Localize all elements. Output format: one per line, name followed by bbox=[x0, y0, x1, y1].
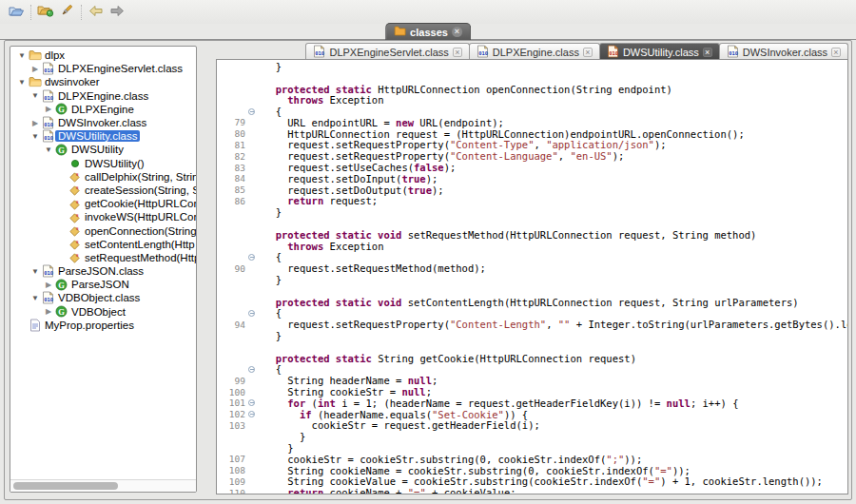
chevron-down-icon[interactable]: ▼ bbox=[29, 132, 41, 141]
tree-item-dlpx[interactable]: ▼dlpx bbox=[10, 48, 196, 62]
fold-collapse-icon[interactable] bbox=[245, 366, 258, 373]
chevron-right-icon[interactable]: ▶ bbox=[43, 307, 54, 316]
close-icon[interactable]: × bbox=[703, 48, 712, 57]
svg-text:s: s bbox=[76, 251, 79, 258]
code-line: { bbox=[217, 364, 847, 376]
line-number: 102 bbox=[217, 409, 245, 419]
back-arrow-icon bbox=[88, 4, 104, 21]
line-number: 84 bbox=[217, 173, 245, 184]
code-text: request.setRequestProperty("Content-Type… bbox=[258, 139, 667, 150]
svg-text:s: s bbox=[76, 170, 79, 177]
chevron-right-icon[interactable]: ▶ bbox=[43, 281, 54, 289]
fold-collapse-icon[interactable] bbox=[245, 310, 258, 317]
editor-tab-dwsinvoker-class[interactable]: 010DWSInvoker.class× bbox=[719, 43, 848, 60]
code-line: 107 cookieStr = cookieStr.substring(0, c… bbox=[217, 454, 847, 465]
svg-text:010: 010 bbox=[44, 297, 53, 302]
chevron-down-icon[interactable]: ▼ bbox=[16, 51, 28, 60]
method-icon: s bbox=[68, 224, 82, 237]
chevron-down-icon[interactable]: ▼ bbox=[29, 267, 41, 276]
tree-item-dwsutility-[interactable]: DWSUtility() bbox=[10, 157, 196, 170]
tree-item-createsession-string-st[interactable]: screateSession(String, St bbox=[10, 184, 196, 197]
svg-text:010: 010 bbox=[44, 68, 53, 73]
back-arrow-button[interactable] bbox=[86, 3, 107, 22]
tree-item-dwsinvoker-class[interactable]: ▶010DWSInvoker.class bbox=[10, 116, 196, 129]
tree-item-dwsutility[interactable]: ▼GDWSUtility bbox=[10, 143, 196, 156]
tree-item-label: DLPXEngine.class bbox=[55, 90, 151, 102]
tree-item-invokews-httpurlconn[interactable]: sinvokeWS(HttpURLConn bbox=[10, 210, 196, 223]
tree-item-label: DWSUtility bbox=[68, 144, 126, 155]
tree-item-dlpxengine-class[interactable]: ▼010DLPXEngine.class bbox=[10, 89, 196, 103]
chevron-down-icon[interactable]: ▼ bbox=[16, 78, 28, 87]
chevron-right-icon[interactable]: ▶ bbox=[29, 119, 41, 127]
class-icon: 010 bbox=[41, 291, 55, 304]
tree-item-label: ParseJSON.class bbox=[55, 265, 146, 277]
tree-item-dlpxengine[interactable]: ▶GDLPXEngine bbox=[10, 103, 196, 116]
tree-item-label: ParseJSON bbox=[68, 279, 132, 290]
code-text: HttpURLConnection request = (HttpURLConn… bbox=[258, 128, 745, 140]
tree-item-parsejson-class[interactable]: ▼010ParseJSON.class bbox=[10, 264, 196, 278]
class-icon: 010 bbox=[41, 129, 55, 143]
tree-item-dwsinvoker[interactable]: ▼dwsinvoker bbox=[10, 75, 196, 88]
code-text: } bbox=[258, 442, 294, 454]
code-line bbox=[217, 341, 847, 353]
line-number: 85 bbox=[217, 184, 245, 195]
tree-item-setcontentlength-http[interactable]: ssetContentLength(Http bbox=[10, 238, 196, 251]
code-text: request.setDoInput(true); bbox=[258, 173, 438, 184]
chevron-right-icon[interactable]: ▶ bbox=[43, 105, 54, 113]
fold-collapse-icon[interactable] bbox=[245, 399, 258, 406]
tree-item-label: dlpx bbox=[42, 49, 68, 61]
window-tab-strip: classes × bbox=[0, 24, 856, 40]
tree-item-vdbobject-class[interactable]: ▼010VDBObject.class bbox=[10, 291, 196, 304]
code-line: throws Exception bbox=[217, 94, 847, 106]
svg-text:010: 010 bbox=[729, 50, 738, 56]
tree-horizontal-scrollbar[interactable] bbox=[10, 479, 196, 492]
forward-arrow-button[interactable] bbox=[107, 3, 127, 22]
editor-tab-dlpxengineservlet-class[interactable]: 010DLPXEngineServlet.class× bbox=[305, 43, 469, 60]
code-text: request.setRequestMethod(method); bbox=[258, 262, 486, 274]
scrollbar-thumb[interactable] bbox=[13, 482, 118, 490]
tree-item-getcookie-httpurlcon[interactable]: sgetCookie(HttpURLCon bbox=[10, 197, 196, 210]
chevron-right-icon[interactable]: ▶ bbox=[29, 65, 41, 73]
tree-item-label: getCookie(HttpURLCon bbox=[82, 198, 196, 209]
code-lines: } protected static HttpURLConnection ope… bbox=[217, 61, 847, 494]
code-line: { bbox=[217, 308, 847, 320]
close-icon[interactable]: × bbox=[452, 27, 462, 37]
chevron-down-icon[interactable]: ▼ bbox=[29, 91, 41, 100]
chevron-down-icon[interactable]: ▼ bbox=[43, 145, 54, 154]
code-text: String cookieStr = null; bbox=[258, 386, 432, 397]
close-icon[interactable]: × bbox=[583, 48, 593, 57]
open-file-button[interactable] bbox=[6, 3, 27, 22]
tree-item-dlpxengineservlet-class[interactable]: ▶010DLPXEngineServlet.class bbox=[10, 62, 196, 75]
tree-item-calldelphix-string-strin[interactable]: scallDelphix(String, Strin bbox=[10, 170, 196, 184]
tree-item-myprop-properties[interactable]: MyProp.properties bbox=[10, 319, 196, 332]
editor-tab-dlpxengine-class[interactable]: 010DLPXEngine.class× bbox=[469, 43, 600, 60]
svg-text:s: s bbox=[76, 224, 79, 231]
code-line: 100 String cookieStr = null; bbox=[217, 386, 847, 397]
code-panel[interactable]: } protected static HttpURLConnection ope… bbox=[216, 59, 848, 494]
window-tab-classes[interactable]: classes × bbox=[385, 23, 471, 40]
code-line: 109 String cookieValue = cookieStr.subst… bbox=[217, 475, 847, 487]
svg-text:010: 010 bbox=[44, 122, 53, 127]
tree-item-label: DLPXEngineServlet.class bbox=[55, 63, 185, 74]
close-icon[interactable]: × bbox=[453, 48, 462, 57]
tree-item-dwsutility-class[interactable]: ▼010DWSUtility.class bbox=[10, 129, 196, 143]
method-icon: s bbox=[68, 198, 82, 210]
tree-item-vdbobject[interactable]: ▶GVDBObject bbox=[10, 305, 196, 319]
code-text: } bbox=[258, 330, 282, 341]
fold-collapse-icon[interactable] bbox=[245, 108, 258, 115]
code-text: request.setRequestProperty("Content-Lang… bbox=[258, 150, 624, 162]
editor-tab-dwsutility-class[interactable]: 010DWSUtility.class× bbox=[599, 43, 720, 60]
open-archive-button[interactable] bbox=[35, 3, 56, 22]
close-icon[interactable]: × bbox=[831, 48, 841, 57]
chevron-down-icon[interactable]: ▼ bbox=[29, 294, 41, 302]
decompile-brush-button[interactable] bbox=[56, 3, 77, 22]
tree-item-openconnection-string-[interactable]: sopenConnection(String) bbox=[10, 223, 196, 237]
open-archive-icon bbox=[37, 3, 54, 21]
fold-collapse-icon[interactable] bbox=[245, 411, 258, 417]
tree-item-parsejson[interactable]: ▶GParseJSON bbox=[10, 278, 196, 291]
svg-text:s: s bbox=[76, 184, 79, 190]
tree-item-setrequestmethod-http[interactable]: ssetRequestMethod(Http bbox=[10, 251, 196, 264]
code-line: } bbox=[217, 431, 847, 442]
tree-item-label: callDelphix(String, Strin bbox=[82, 171, 196, 183]
fold-collapse-icon[interactable] bbox=[245, 254, 258, 261]
